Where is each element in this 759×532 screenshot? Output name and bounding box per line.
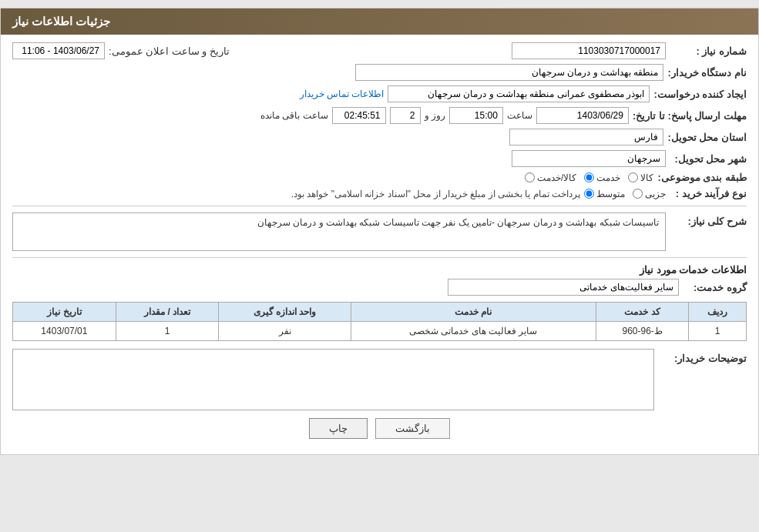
send-until-day-label: روز و <box>425 110 445 121</box>
send-until-label: مهلت ارسال پاسخ: تا تاریخ: <box>633 110 747 122</box>
category-option-khedmat-label: خدمت <box>596 172 620 183</box>
category-radio-kala[interactable] <box>628 172 638 182</box>
service-group-label: گروه خدمت: <box>685 282 747 293</box>
need-number-label: شماره نیاز : <box>670 45 747 57</box>
purchase-type-motavaset-label: متوسط <box>596 189 625 199</box>
col-name: نام خدمت <box>351 303 596 322</box>
purchase-type-radio-jozi[interactable] <box>633 189 643 199</box>
cell-quantity: 1 <box>116 322 219 341</box>
send-until-days-input[interactable] <box>390 107 421 124</box>
table-row: 1 ط-96-960 سایر فعالیت های خدماتی شخصی ن… <box>13 322 747 341</box>
category-row: طبقه بندی موضوعی: کالا/خدمت خدمت کالا <box>12 172 747 183</box>
need-description-box: تاسیسات شبکه بهداشت و درمان سرجهان -تامی… <box>12 212 666 251</box>
print-button[interactable]: چاپ <box>309 418 368 439</box>
send-until-remaining-label: ساعت باقی مانده <box>260 110 328 121</box>
send-until-date-input[interactable] <box>536 107 629 124</box>
announcement-datetime-input[interactable] <box>12 42 105 59</box>
purchase-type-note: پرداخت تمام یا بخشی از مبلغ خریدار از مح… <box>291 189 580 199</box>
divider-2 <box>12 257 747 258</box>
services-info-title: اطلاعات خدمات مورد نیاز <box>12 264 747 276</box>
category-option-kala-label: کالا <box>640 172 653 183</box>
need-number-input[interactable] <box>512 42 666 59</box>
purchase-type-option-motavaset[interactable]: متوسط <box>584 189 625 199</box>
city-label: شهر محل تحویل: <box>670 153 747 165</box>
page-header: جزئیات اطلاعات نیاز <box>1 8 758 35</box>
buyer-notes-section: توضیحات خریدار: <box>12 349 747 410</box>
col-row: ردیف <box>689 303 747 322</box>
creator-row: ایجاد کننده درخواست: اطلاعات تماس خریدار <box>12 85 747 102</box>
province-input[interactable] <box>509 129 663 146</box>
creator-input[interactable] <box>388 85 650 102</box>
page-title: جزئیات اطلاعات نیاز <box>12 15 110 28</box>
divider-1 <box>12 206 747 206</box>
creator-label: ایجاد کننده درخواست: <box>653 89 747 100</box>
send-until-time-label: ساعت <box>507 110 532 121</box>
cell-row: 1 <box>689 322 747 341</box>
city-row: شهر محل تحویل: <box>12 150 747 167</box>
announcement-datetime-label: تاریخ و ساعت اعلان عمومی: <box>109 45 230 57</box>
category-option-kala-khedmat[interactable]: کالا/خدمت <box>525 172 576 183</box>
category-radio-group: کالا/خدمت خدمت کالا <box>525 172 653 183</box>
need-number-row: شماره نیاز : تاریخ و ساعت اعلان عمومی: <box>12 42 747 59</box>
cell-date: 1403/07/01 <box>13 322 116 341</box>
province-label: استان محل تحویل: <box>667 132 747 143</box>
purchase-type-radio-motavaset[interactable] <box>584 189 594 199</box>
category-radio-khedmat[interactable] <box>584 172 594 182</box>
send-until-time-input[interactable] <box>449 107 503 124</box>
col-unit: واحد اندازه گیری <box>219 303 351 322</box>
need-description-label: شرح کلی نیاز: <box>670 212 747 227</box>
need-description-row: شرح کلی نیاز: تاسیسات شبکه بهداشت و درما… <box>12 212 747 251</box>
buyer-org-label: نام دستگاه خریدار: <box>667 67 747 79</box>
purchase-type-option-jozi[interactable]: جزیی <box>633 189 666 199</box>
category-radio-kala-khedmat[interactable] <box>525 172 535 182</box>
col-quantity: تعداد / مقدار <box>116 303 219 322</box>
buyer-org-row: نام دستگاه خریدار: <box>12 64 747 81</box>
buyer-notes-label: توضیحات خریدار: <box>662 349 747 364</box>
send-until-remaining-input[interactable] <box>332 107 386 124</box>
cell-name: سایر فعالیت های خدماتی شخصی <box>351 322 596 341</box>
category-option-khedmat[interactable]: خدمت <box>584 172 620 183</box>
buyer-notes-textarea[interactable] <box>12 349 654 410</box>
purchase-type-radio-group: متوسط جزیی <box>584 189 666 199</box>
province-row: استان محل تحویل: <box>12 129 747 146</box>
back-button[interactable]: بازگشت <box>375 418 450 439</box>
col-code: کد خدمت <box>596 303 688 322</box>
purchase-type-jozi-label: جزیی <box>645 189 666 199</box>
services-table: ردیف کد خدمت نام خدمت واحد اندازه گیری ت… <box>12 302 747 341</box>
category-option-kala-khedmat-label: کالا/خدمت <box>537 172 576 183</box>
cell-code: ط-96-960 <box>596 322 688 341</box>
send-until-row: مهلت ارسال پاسخ: تا تاریخ: ساعت روز و سا… <box>12 107 747 124</box>
purchase-type-label: نوع فرآیند خرید : <box>670 188 747 199</box>
col-date: تاریخ نیاز <box>13 303 116 322</box>
service-group-input[interactable] <box>448 279 679 296</box>
city-input[interactable] <box>512 150 666 167</box>
category-label: طبقه بندی موضوعی: <box>657 172 747 183</box>
buyer-contact-link[interactable]: اطلاعات تماس خریدار <box>300 89 385 99</box>
button-row: بازگشت چاپ <box>12 418 747 439</box>
category-option-kala[interactable]: کالا <box>628 172 653 183</box>
buyer-org-input[interactable] <box>355 64 663 81</box>
need-description-text: تاسیسات شبکه بهداشت و درمان سرجهان -تامی… <box>257 217 659 228</box>
purchase-type-row: نوع فرآیند خرید : متوسط جزیی پرداخت تمام… <box>12 188 747 199</box>
service-group-row: گروه خدمت: <box>12 279 747 296</box>
cell-unit: نفر <box>219 322 351 341</box>
services-table-section: ردیف کد خدمت نام خدمت واحد اندازه گیری ت… <box>12 302 747 341</box>
table-header-row: ردیف کد خدمت نام خدمت واحد اندازه گیری ت… <box>13 303 747 322</box>
